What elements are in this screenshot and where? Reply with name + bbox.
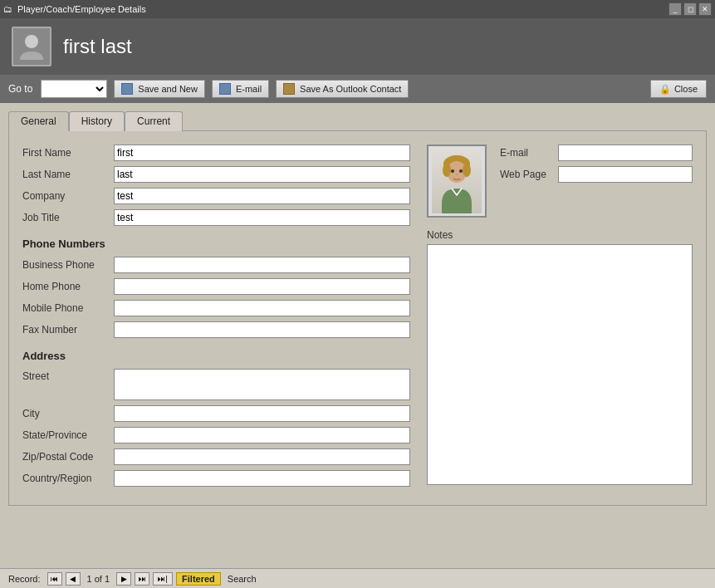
fax-label: Fax Number [22, 324, 114, 336]
form-panel: First Name Last Name Company Job Title P… [8, 130, 707, 506]
notes-label: Notes [427, 229, 693, 241]
state-row: State/Province [22, 427, 410, 443]
home-phone-input[interactable] [114, 278, 410, 295]
web-page-input[interactable] [558, 166, 693, 183]
filtered-badge: Filtered [176, 572, 221, 586]
zip-row: Zip/Postal Code [22, 448, 410, 465]
job-title-row: Job Title [22, 209, 410, 226]
email-input[interactable] [558, 145, 693, 161]
header-person-icon [12, 27, 51, 66]
last-record-button[interactable]: ⏭ [135, 572, 149, 586]
app-icon: 🗂 [3, 4, 12, 14]
job-title-input[interactable] [114, 209, 410, 226]
person-photo-svg [432, 149, 482, 213]
business-phone-input[interactable] [114, 257, 410, 273]
form-right: E-mail Web Page Notes [427, 145, 693, 492]
notes-textarea[interactable] [427, 244, 693, 485]
email-web-section: E-mail Web Page [500, 145, 693, 218]
email-button[interactable]: E-mail [212, 80, 269, 98]
next-record-button[interactable]: ▶ [116, 572, 131, 586]
business-phone-label: Business Phone [22, 259, 114, 271]
street-row: Street [22, 369, 410, 400]
state-input[interactable] [114, 427, 410, 443]
first-record-button[interactable]: ⏮ [47, 572, 62, 586]
email-label: E-mail [500, 147, 558, 159]
goto-dropdown[interactable]: Option 1 Option 2 [41, 80, 107, 98]
city-input[interactable] [114, 405, 410, 422]
svg-point-6 [463, 164, 471, 177]
fax-row: Fax Number [22, 321, 410, 338]
record-label: Record: [8, 574, 41, 584]
last-name-row: Last Name [22, 166, 410, 183]
email-row: E-mail [500, 145, 693, 161]
city-label: City [22, 408, 114, 419]
tab-current[interactable]: Current [125, 111, 183, 131]
home-phone-row: Home Phone [22, 278, 410, 295]
tab-history[interactable]: History [69, 111, 125, 131]
street-label: Street [22, 369, 114, 382]
header: first last [0, 18, 715, 75]
close-button[interactable]: 🔒 Close [650, 80, 707, 98]
form-left: First Name Last Name Company Job Title P… [22, 145, 410, 492]
zip-input[interactable] [114, 448, 410, 465]
minimize-button[interactable]: _ [668, 2, 682, 16]
window-title: Player/Coach/Employee Details [17, 4, 146, 14]
prev-record-button[interactable]: ◀ [66, 572, 81, 586]
main-content: General History Current First Name Last … [0, 103, 715, 588]
last-name-input[interactable] [114, 166, 410, 183]
country-label: Country/Region [22, 473, 114, 484]
photo-container [427, 145, 487, 218]
first-name-row: First Name [22, 145, 410, 161]
company-row: Company [22, 188, 410, 204]
web-page-label: Web Page [500, 169, 558, 180]
record-count: 1 of 1 [87, 574, 110, 584]
save-new-icon [121, 83, 133, 95]
tab-general[interactable]: General [8, 111, 69, 131]
first-name-label: First Name [22, 147, 114, 159]
search-label: Search [228, 574, 257, 584]
last-name-label: Last Name [22, 169, 114, 180]
home-phone-label: Home Phone [22, 281, 114, 292]
right-top-section: E-mail Web Page [427, 145, 693, 218]
restore-button[interactable]: ◻ [683, 2, 697, 16]
header-title: first last [63, 35, 132, 58]
goto-label: Go to [8, 83, 32, 95]
address-section-title: Address [22, 350, 410, 362]
header-icon-svg [17, 32, 47, 61]
phone-section-title: Phone Numbers [22, 238, 410, 250]
extra-nav-button[interactable]: ⏭| [153, 572, 173, 586]
street-input[interactable] [114, 369, 410, 400]
mobile-phone-input[interactable] [114, 300, 410, 316]
status-bar: Record: ⏮ ◀ 1 of 1 ▶ ⏭ ⏭| Filtered Searc… [0, 568, 715, 588]
job-title-label: Job Title [22, 212, 114, 223]
save-outlook-button[interactable]: Save As Outlook Contact [276, 80, 409, 98]
svg-point-7 [451, 169, 454, 173]
title-bar: 🗂 Player/Coach/Employee Details _ ◻ ✕ [0, 0, 715, 18]
email-icon [219, 83, 231, 95]
mobile-phone-label: Mobile Phone [22, 302, 114, 314]
zip-label: Zip/Postal Code [22, 451, 114, 463]
svg-point-0 [25, 35, 38, 48]
business-phone-row: Business Phone [22, 257, 410, 273]
country-input[interactable] [114, 470, 410, 487]
company-input[interactable] [114, 188, 410, 204]
country-row: Country/Region [22, 470, 410, 487]
first-name-input[interactable] [114, 145, 410, 161]
svg-point-5 [443, 164, 451, 177]
tab-bar: General History Current [8, 111, 707, 131]
mobile-phone-row: Mobile Phone [22, 300, 410, 316]
save-outlook-icon [283, 83, 295, 95]
state-label: State/Province [22, 429, 114, 441]
city-row: City [22, 405, 410, 422]
toolbar: Go to Option 1 Option 2 Save and New E-m… [0, 75, 715, 103]
web-page-row: Web Page [500, 166, 693, 183]
close-icon: 🔒 [659, 84, 671, 95]
company-label: Company [22, 190, 114, 202]
window-close-button[interactable]: ✕ [698, 2, 712, 16]
svg-point-8 [459, 169, 463, 173]
fax-input[interactable] [114, 321, 410, 338]
save-new-button[interactable]: Save and New [114, 80, 205, 98]
